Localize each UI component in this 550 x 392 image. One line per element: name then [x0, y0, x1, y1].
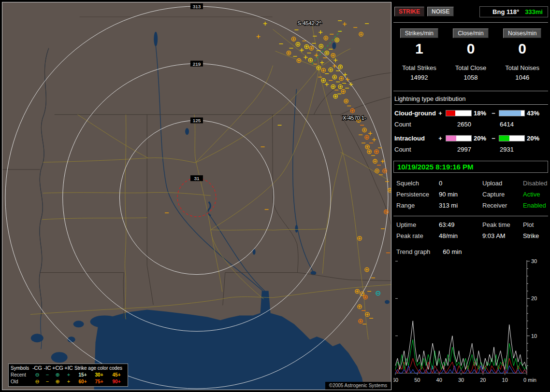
plot-value: Strike [523, 232, 548, 239]
total-close-label: Total Close [445, 64, 497, 71]
cloud-ground-label: Cloud-ground [394, 110, 437, 117]
app-root: 31321912531 S-4542 2^X-4570 1- Symbols -… [0, 0, 550, 392]
peak-rate-value: 48/min [439, 232, 482, 239]
minus-sign: − [490, 110, 497, 117]
age-15: 15+ [74, 372, 91, 378]
range-label: Range [396, 202, 439, 209]
noises-per-min-value: 0 [496, 41, 548, 56]
svg-text:S-4542 2^: S-4542 2^ [297, 20, 322, 26]
legend-header-neg-cg: -CG [32, 365, 43, 371]
pos-cg-old-icon: ⊕ [52, 378, 63, 385]
uptime-label: Uptime [396, 221, 439, 228]
age-75: 75+ [91, 378, 107, 385]
cloud-ground-row: Cloud-ground + 18% − 43% [394, 110, 548, 117]
total-close-value: 1058 [445, 74, 497, 81]
ic-minus-bar [499, 135, 525, 141]
status-grid: Squelch 0 Upload Disabled Persistence 90… [396, 180, 548, 209]
svg-text:125: 125 [193, 118, 201, 123]
legend-header-neg-ic: -IC [43, 365, 52, 371]
ic-plus-pct: 20% [474, 135, 490, 142]
intracloud-count-row: Count 2997 2931 [394, 146, 548, 153]
svg-text:30: 30 [531, 259, 537, 264]
svg-text:10: 10 [502, 377, 508, 383]
mode-toolbar: STRIKE NOISE Bng 118° 333mi [394, 6, 548, 17]
strikes-per-min-value: 1 [393, 41, 445, 56]
age-90: 90+ [107, 378, 126, 385]
svg-text:X-4570 1-: X-4570 1- [343, 115, 366, 121]
plot-label: Plot [523, 221, 548, 228]
lightning-map[interactable]: 31321912531 S-4542 2^X-4570 1- Symbols -… [2, 2, 391, 390]
peak-time-label: Peak time [482, 221, 523, 228]
cg-plus-bar-fill [446, 111, 455, 116]
svg-text:50: 50 [414, 377, 420, 383]
receiver-value: Enabled [523, 202, 548, 209]
svg-text:31: 31 [194, 176, 200, 181]
ic-minus-bar-fill [499, 136, 509, 141]
separator [393, 22, 548, 23]
cg-plus-pct: 18% [474, 110, 490, 117]
upload-label: Upload [482, 180, 523, 187]
totals-row: Total Strikes 14992 Total Close 1058 Tot… [393, 64, 548, 81]
age-60: 60+ [74, 378, 91, 385]
range-value: 313 mi [439, 202, 482, 209]
count-label: Count [394, 146, 457, 153]
bearing-range: 333mi [525, 8, 543, 15]
ic-plus-bar [446, 135, 472, 141]
trend-graph-label: Trend graph [396, 248, 430, 255]
rate-values-row: 1 0 0 [393, 41, 548, 56]
peak-time-value: 9:03 AM [482, 232, 523, 239]
neg-cg-recent-icon: ⊖ [32, 372, 43, 378]
neg-cg-old-icon: ⊖ [32, 378, 43, 385]
svg-text:313: 313 [193, 4, 201, 9]
squelch-value: 0 [439, 180, 482, 187]
strike-mode-button[interactable]: STRIKE [394, 7, 424, 16]
intracloud-row: Intracloud + 20% − 20% [394, 135, 548, 142]
cloud-ground-count-row: Count 2650 6414 [394, 121, 548, 128]
svg-text:40: 40 [436, 377, 442, 383]
svg-text:20: 20 [480, 377, 486, 383]
minus-sign: − [490, 135, 497, 142]
copyright-text: ©2005 Astrogenic Systems [325, 382, 391, 390]
legend-header-pos-cg: +CG [52, 365, 63, 371]
close-per-min-button[interactable]: Close/min [453, 28, 488, 38]
cg-minus-bar-fill [499, 111, 521, 116]
ic-minus-pct: 20% [527, 135, 543, 142]
uptime-value: 63:49 [439, 221, 482, 228]
trend-window-value: 60 min [443, 248, 462, 255]
total-noises-value: 1046 [496, 74, 548, 81]
symbols-legend: Symbols -CG -IC +CG +IC Strike age color… [8, 364, 128, 387]
legend-header-symbols: Symbols [11, 365, 32, 371]
legend-row-recent-label: Recent [11, 372, 32, 378]
count-label: Count [394, 121, 457, 128]
bearing-panel: Bng 118° 333mi [479, 6, 548, 17]
peak-rate-label: Peak rate [396, 232, 439, 239]
separator [393, 216, 548, 216]
legend-age-header: Strike age color codes [74, 365, 126, 371]
receiver-label: Receiver [482, 202, 523, 209]
persistence-value: 90 min [439, 191, 482, 198]
ic-plus-count: 2997 [457, 146, 500, 153]
legend-row-old-label: Old [11, 378, 32, 385]
pos-ic-old-icon: + [63, 378, 74, 385]
plus-sign: + [437, 135, 444, 142]
strikes-per-min-button[interactable]: Strikes/min [400, 28, 438, 38]
persistence-label: Persistence [396, 191, 439, 198]
performance-grid: Uptime 63:49 Peak time Plot Peak rate 48… [396, 221, 548, 239]
age-45: 45+ [107, 372, 126, 378]
cg-minus-pct: 43% [527, 110, 543, 117]
cg-plus-bar [446, 110, 472, 116]
pos-ic-recent-icon: + [63, 372, 74, 378]
trend-graph: 1020306050403020100 min [393, 259, 548, 385]
noise-mode-button[interactable]: NOISE [427, 7, 454, 16]
intracloud-label: Intracloud [394, 135, 437, 142]
ic-minus-count: 2931 [500, 146, 542, 153]
svg-text:10: 10 [531, 333, 537, 339]
distribution-title: Lightning type distribution [394, 95, 548, 105]
close-per-min-value: 0 [445, 41, 497, 56]
noises-per-min-button[interactable]: Noises/min [503, 28, 541, 38]
svg-text:20: 20 [531, 295, 537, 301]
total-noises-label: Total Noises [496, 64, 548, 71]
age-30: 30+ [91, 372, 107, 378]
bearing-value: Bng 118° [492, 8, 519, 15]
plus-sign: + [437, 110, 444, 117]
